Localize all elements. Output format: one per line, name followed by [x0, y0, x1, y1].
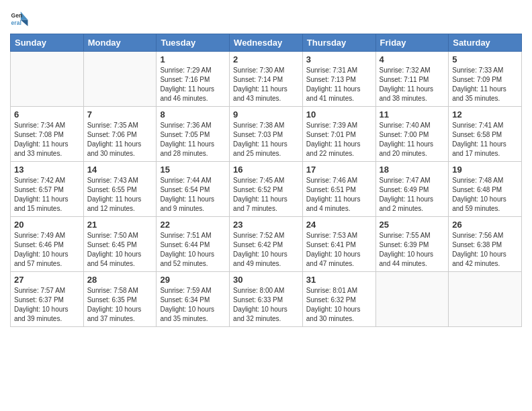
calendar-day-header: Sunday — [11, 34, 84, 52]
calendar-cell: 22Sunrise: 7:51 AM Sunset: 6:44 PM Dayli… — [157, 217, 230, 272]
calendar-week-row: 27Sunrise: 7:57 AM Sunset: 6:37 PM Dayli… — [11, 272, 522, 327]
calendar-cell: 31Sunrise: 8:01 AM Sunset: 6:32 PM Dayli… — [302, 272, 375, 327]
logo-icon: Gen eral — [10, 9, 29, 28]
day-info: Sunrise: 8:00 AM Sunset: 6:33 PM Dayligh… — [233, 286, 299, 324]
day-number: 13 — [14, 165, 80, 175]
logo: Gen eral — [10, 9, 32, 28]
day-info: Sunrise: 7:51 AM Sunset: 6:44 PM Dayligh… — [160, 231, 226, 269]
day-info: Sunrise: 7:31 AM Sunset: 7:13 PM Dayligh… — [306, 66, 372, 103]
page: Gen eral SundayMondayTuesdayWednesdayThu… — [0, 0, 532, 411]
day-info: Sunrise: 7:35 AM Sunset: 7:06 PM Dayligh… — [87, 121, 153, 158]
day-number: 30 — [233, 275, 299, 285]
calendar-cell: 16Sunrise: 7:45 AM Sunset: 6:52 PM Dayli… — [230, 162, 303, 217]
day-info: Sunrise: 7:56 AM Sunset: 6:38 PM Dayligh… — [452, 231, 518, 269]
calendar-table: SundayMondayTuesdayWednesdayThursdayFrid… — [10, 34, 522, 327]
day-info: Sunrise: 7:42 AM Sunset: 6:57 PM Dayligh… — [14, 176, 80, 214]
day-number: 3 — [306, 54, 372, 64]
day-info: Sunrise: 8:01 AM Sunset: 6:32 PM Dayligh… — [306, 286, 372, 324]
day-info: Sunrise: 7:57 AM Sunset: 6:37 PM Dayligh… — [14, 286, 80, 324]
day-info: Sunrise: 7:36 AM Sunset: 7:05 PM Dayligh… — [160, 121, 226, 158]
calendar-cell: 26Sunrise: 7:56 AM Sunset: 6:38 PM Dayli… — [449, 217, 522, 272]
calendar-week-row: 1Sunrise: 7:29 AM Sunset: 7:16 PM Daylig… — [11, 52, 522, 107]
calendar-cell: 10Sunrise: 7:39 AM Sunset: 7:01 PM Dayli… — [302, 107, 375, 162]
day-number: 28 — [87, 275, 153, 285]
header: Gen eral — [10, 7, 522, 28]
day-number: 12 — [452, 109, 518, 120]
calendar-day-header: Wednesday — [230, 34, 303, 52]
day-number: 26 — [452, 220, 518, 230]
calendar-cell: 3Sunrise: 7:31 AM Sunset: 7:13 PM Daylig… — [302, 52, 375, 107]
calendar-cell: 8Sunrise: 7:36 AM Sunset: 7:05 PM Daylig… — [157, 107, 230, 162]
calendar-day-header: Thursday — [302, 34, 375, 52]
calendar-cell: 23Sunrise: 7:52 AM Sunset: 6:42 PM Dayli… — [230, 217, 303, 272]
calendar-cell: 12Sunrise: 7:41 AM Sunset: 6:58 PM Dayli… — [449, 107, 522, 162]
day-info: Sunrise: 7:47 AM Sunset: 6:49 PM Dayligh… — [380, 176, 445, 214]
calendar-week-row: 6Sunrise: 7:34 AM Sunset: 7:08 PM Daylig… — [11, 107, 522, 162]
calendar-cell: 1Sunrise: 7:29 AM Sunset: 7:16 PM Daylig… — [157, 52, 230, 107]
day-number: 10 — [306, 109, 372, 120]
day-number: 20 — [14, 220, 80, 230]
calendar-cell: 7Sunrise: 7:35 AM Sunset: 7:06 PM Daylig… — [83, 107, 157, 162]
day-number: 5 — [452, 54, 518, 64]
day-info: Sunrise: 7:40 AM Sunset: 7:00 PM Dayligh… — [380, 121, 445, 158]
day-info: Sunrise: 7:58 AM Sunset: 6:35 PM Dayligh… — [87, 286, 153, 324]
calendar-cell: 28Sunrise: 7:58 AM Sunset: 6:35 PM Dayli… — [83, 272, 157, 327]
day-info: Sunrise: 7:39 AM Sunset: 7:01 PM Dayligh… — [306, 121, 372, 158]
calendar-cell: 21Sunrise: 7:50 AM Sunset: 6:45 PM Dayli… — [83, 217, 157, 272]
calendar-cell: 4Sunrise: 7:32 AM Sunset: 7:11 PM Daylig… — [375, 52, 449, 107]
day-number: 9 — [233, 109, 299, 120]
calendar-cell: 27Sunrise: 7:57 AM Sunset: 6:37 PM Dayli… — [11, 272, 84, 327]
day-number: 24 — [306, 220, 372, 230]
day-number: 21 — [87, 220, 153, 230]
calendar-cell: 13Sunrise: 7:42 AM Sunset: 6:57 PM Dayli… — [11, 162, 84, 217]
day-info: Sunrise: 7:53 AM Sunset: 6:41 PM Dayligh… — [306, 231, 372, 269]
day-number: 25 — [380, 220, 445, 230]
day-number: 14 — [87, 165, 153, 175]
svg-text:Gen: Gen — [11, 12, 23, 19]
calendar-week-row: 20Sunrise: 7:49 AM Sunset: 6:46 PM Dayli… — [11, 217, 522, 272]
day-number: 29 — [160, 275, 226, 285]
calendar-day-header: Tuesday — [157, 34, 230, 52]
svg-text:eral: eral — [11, 19, 21, 26]
day-info: Sunrise: 7:29 AM Sunset: 7:16 PM Dayligh… — [160, 66, 226, 103]
day-number: 19 — [452, 165, 518, 175]
calendar-cell: 20Sunrise: 7:49 AM Sunset: 6:46 PM Dayli… — [11, 217, 84, 272]
calendar-cell: 11Sunrise: 7:40 AM Sunset: 7:00 PM Dayli… — [375, 107, 449, 162]
day-info: Sunrise: 7:52 AM Sunset: 6:42 PM Dayligh… — [233, 231, 299, 269]
day-number: 7 — [87, 109, 153, 120]
calendar-day-header: Monday — [83, 34, 157, 52]
day-number: 11 — [380, 109, 445, 120]
day-info: Sunrise: 7:41 AM Sunset: 6:58 PM Dayligh… — [452, 121, 518, 158]
day-info: Sunrise: 7:45 AM Sunset: 6:52 PM Dayligh… — [233, 176, 299, 214]
day-number: 6 — [14, 109, 80, 120]
day-number: 15 — [160, 165, 226, 175]
calendar-cell: 6Sunrise: 7:34 AM Sunset: 7:08 PM Daylig… — [11, 107, 84, 162]
day-info: Sunrise: 7:55 AM Sunset: 6:39 PM Dayligh… — [380, 231, 445, 269]
calendar-cell — [375, 272, 449, 327]
calendar-cell — [83, 52, 157, 107]
calendar-cell: 24Sunrise: 7:53 AM Sunset: 6:41 PM Dayli… — [302, 217, 375, 272]
day-number: 18 — [380, 165, 445, 175]
calendar-week-row: 13Sunrise: 7:42 AM Sunset: 6:57 PM Dayli… — [11, 162, 522, 217]
day-info: Sunrise: 7:43 AM Sunset: 6:55 PM Dayligh… — [87, 176, 153, 214]
day-info: Sunrise: 7:33 AM Sunset: 7:09 PM Dayligh… — [452, 66, 518, 103]
day-info: Sunrise: 7:59 AM Sunset: 6:34 PM Dayligh… — [160, 286, 226, 324]
day-info: Sunrise: 7:30 AM Sunset: 7:14 PM Dayligh… — [233, 66, 299, 103]
calendar-cell: 5Sunrise: 7:33 AM Sunset: 7:09 PM Daylig… — [449, 52, 522, 107]
calendar-cell: 30Sunrise: 8:00 AM Sunset: 6:33 PM Dayli… — [230, 272, 303, 327]
calendar-cell: 14Sunrise: 7:43 AM Sunset: 6:55 PM Dayli… — [83, 162, 157, 217]
day-number: 22 — [160, 220, 226, 230]
calendar-day-header: Saturday — [449, 34, 522, 52]
day-info: Sunrise: 7:34 AM Sunset: 7:08 PM Dayligh… — [14, 121, 80, 158]
day-number: 23 — [233, 220, 299, 230]
day-number: 16 — [233, 165, 299, 175]
calendar-cell: 18Sunrise: 7:47 AM Sunset: 6:49 PM Dayli… — [375, 162, 449, 217]
day-info: Sunrise: 7:46 AM Sunset: 6:51 PM Dayligh… — [306, 176, 372, 214]
day-number: 31 — [306, 275, 372, 285]
day-number: 4 — [380, 54, 445, 64]
day-info: Sunrise: 7:50 AM Sunset: 6:45 PM Dayligh… — [87, 231, 153, 269]
calendar-cell: 9Sunrise: 7:38 AM Sunset: 7:03 PM Daylig… — [230, 107, 303, 162]
calendar-cell: 19Sunrise: 7:48 AM Sunset: 6:48 PM Dayli… — [449, 162, 522, 217]
calendar-cell: 17Sunrise: 7:46 AM Sunset: 6:51 PM Dayli… — [302, 162, 375, 217]
day-info: Sunrise: 7:48 AM Sunset: 6:48 PM Dayligh… — [452, 176, 518, 214]
